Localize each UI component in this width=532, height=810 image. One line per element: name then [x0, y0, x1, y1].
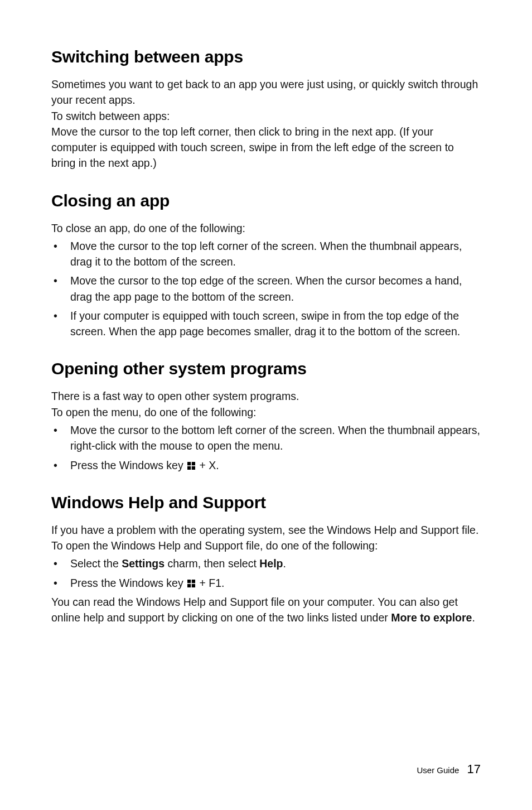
svg-rect-4: [187, 580, 191, 583]
help-bullet-2: Press the Windows key + F1.: [51, 575, 481, 591]
opening-paragraph-2: To open the menu, do one of the followin…: [51, 404, 481, 420]
section-help-support: Windows Help and Support If you have a p…: [51, 493, 481, 626]
help-bullet-1-pre: Select the: [70, 557, 122, 570]
help-bullet-list: Select the Settings charm, then select H…: [51, 556, 481, 591]
opening-paragraph-1: There is a fast way to open other system…: [51, 388, 481, 404]
opening-bullet-2: Press the Windows key + X.: [51, 457, 481, 473]
help-bullet-1: Select the Settings charm, then select H…: [51, 556, 481, 571]
opening-bullet-list: Move the cursor to the bottom left corne…: [51, 422, 481, 473]
help-bullet-1-bold-settings: Settings: [122, 557, 165, 570]
heading-closing: Closing an app: [51, 191, 481, 210]
section-switching-apps: Switching between apps Sometimes you wan…: [51, 47, 481, 171]
help-bullet-1-mid: charm, then select: [165, 557, 259, 570]
svg-rect-2: [187, 466, 191, 469]
closing-bullet-list: Move the cursor to the top left corner o…: [51, 238, 481, 340]
svg-rect-0: [187, 462, 191, 465]
windows-logo-icon: [187, 462, 195, 470]
heading-switching: Switching between apps: [51, 47, 481, 66]
svg-rect-1: [192, 462, 195, 465]
heading-help: Windows Help and Support: [51, 493, 481, 512]
help-paragraph-2: You can read the Windows Help and Suppor…: [51, 594, 481, 626]
help-bullet-2-pre: Press the Windows key: [70, 577, 186, 589]
opening-bullet-2-post: + X.: [196, 459, 219, 471]
section-closing-app: Closing an app To close an app, do one o…: [51, 191, 481, 340]
switching-paragraph-1: Sometimes you want to get back to an app…: [51, 76, 481, 108]
help-p2-bold: More to explore: [391, 611, 472, 624]
opening-bullet-2-pre: Press the Windows key: [70, 459, 186, 471]
windows-logo-icon: [187, 580, 195, 587]
svg-rect-5: [192, 580, 195, 583]
opening-bullet-1: Move the cursor to the bottom left corne…: [51, 422, 481, 454]
closing-intro: To close an app, do one of the following…: [51, 220, 481, 236]
help-bullet-1-bold-help: Help: [259, 557, 283, 570]
heading-opening: Opening other system programs: [51, 359, 481, 378]
help-bullet-2-post: + F1.: [196, 577, 224, 589]
footer: User Guide 17: [417, 762, 481, 777]
help-paragraph-1: If you have a problem with the operating…: [51, 522, 481, 554]
closing-bullet-3: If your computer is equipped with touch …: [51, 308, 481, 340]
switching-paragraph-3: Move the cursor to the top left corner, …: [51, 124, 481, 171]
svg-rect-3: [192, 466, 195, 469]
svg-rect-6: [187, 584, 191, 587]
switching-paragraph-2: To switch between apps:: [51, 108, 481, 124]
closing-bullet-2: Move the cursor to the top edge of the s…: [51, 273, 481, 305]
footer-label: User Guide: [417, 765, 459, 775]
section-opening-programs: Opening other system programs There is a…: [51, 359, 481, 472]
help-bullet-1-post: .: [283, 557, 286, 570]
footer-page-number: 17: [467, 762, 481, 776]
help-p2-post: .: [472, 611, 475, 624]
svg-rect-7: [192, 584, 195, 587]
closing-bullet-1: Move the cursor to the top left corner o…: [51, 238, 481, 270]
